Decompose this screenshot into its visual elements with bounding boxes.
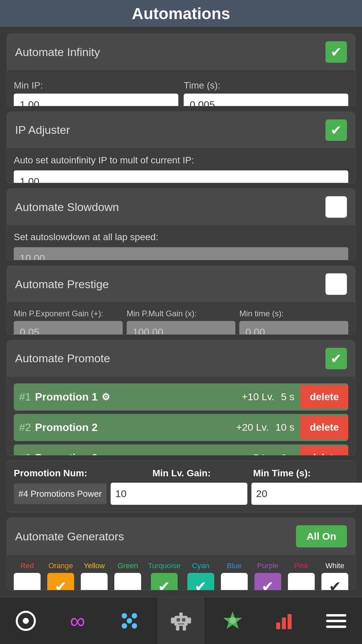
automate-prestige-card: Automate Prestige Min P.Exponent Gain (+… xyxy=(7,266,355,334)
automate-generators-body: Red Orange ✔ Yellow Green Turquoise xyxy=(7,555,355,590)
generator-pink: Pink xyxy=(288,561,315,590)
generator-white: White ✔ xyxy=(321,561,348,590)
nav-infinity[interactable]: ∞ xyxy=(54,597,101,644)
generator-pink-checkbox[interactable] xyxy=(288,573,315,590)
ip-adjuster-title: IP Adjuster xyxy=(15,123,70,137)
min-time-label: Min time (s): xyxy=(239,309,348,318)
bottom-nav: ∞ xyxy=(0,597,362,644)
generator-green-label: Green xyxy=(118,561,138,570)
automate-generators-header: Automate Generators All On xyxy=(7,518,355,555)
nav-target[interactable] xyxy=(2,597,49,644)
automate-slowdown-header: Automate Slowdown xyxy=(7,189,355,225)
automate-prestige-checkbox[interactable] xyxy=(325,273,347,295)
generator-green: Green xyxy=(114,561,141,590)
promotion-3-time: 2 s xyxy=(281,452,294,455)
automate-promote-header: Automate Promote ✔ xyxy=(7,340,355,377)
generator-pink-label: Pink xyxy=(294,561,308,570)
infinity-icon: ∞ xyxy=(70,608,85,633)
min-ip-input[interactable] xyxy=(14,94,178,106)
delete-promotion-2[interactable]: delete xyxy=(300,416,348,439)
svg-point-3 xyxy=(132,623,137,629)
generator-green-checkbox[interactable] xyxy=(114,573,141,590)
promo-add-labels: Promotion Num: Min Lv. Gain: Min Time (s… xyxy=(14,468,348,479)
svg-point-2 xyxy=(122,623,127,629)
ip-adjuster-body: Auto set autoinfinity IP to mult of curr… xyxy=(7,148,355,183)
generator-turquoise-checkbox[interactable]: ✔ xyxy=(151,573,178,590)
generator-blue-checkbox[interactable] xyxy=(221,573,248,590)
delete-promotion-3[interactable]: delete xyxy=(300,446,348,455)
nav-menu[interactable] xyxy=(313,597,360,644)
svg-rect-12 xyxy=(176,626,179,631)
promotion-3-lv: +5 Lv. xyxy=(247,452,274,455)
automate-slowdown-input[interactable] xyxy=(14,247,348,260)
automate-slowdown-checkbox[interactable] xyxy=(325,196,347,218)
promotion-3-name: #3 Promotion 3 xyxy=(14,444,241,456)
min-time-input[interactable] xyxy=(251,483,362,505)
min-mult-input[interactable] xyxy=(127,321,236,334)
nav-dots[interactable] xyxy=(106,597,153,644)
min-time-input[interactable] xyxy=(239,321,348,334)
generator-white-label: White xyxy=(325,561,344,570)
automate-infinity-checkbox[interactable]: ✔ xyxy=(325,41,347,63)
automate-infinity-title: Automate Infinity xyxy=(15,46,100,59)
generator-cyan-checkbox[interactable]: ✔ xyxy=(187,573,214,590)
gear-icon-1[interactable]: ⚙ xyxy=(102,391,110,402)
min-ip-group: Min IP: xyxy=(14,80,178,106)
automate-generators-title: Automate Generators xyxy=(15,530,124,543)
page-header: Automations xyxy=(0,0,362,27)
min-mult-group: Min P.Mult Gain (x): xyxy=(127,309,236,334)
svg-rect-6 xyxy=(177,618,180,622)
promotion-1-details: +10 Lv. 5 s xyxy=(236,384,300,410)
generator-yellow-checkbox[interactable] xyxy=(81,573,108,590)
promotion-row-1: #1 Promotion 1 ⚙ +10 Lv. 5 s delete xyxy=(14,383,348,411)
generator-turquoise-label: Turquoise xyxy=(148,561,180,570)
ip-adjuster-input[interactable] xyxy=(14,170,348,183)
generator-orange-label: Orange xyxy=(48,561,73,570)
min-lv-input[interactable] xyxy=(111,483,247,505)
promotion-add-form: Promotion Num: Min Lv. Gain: Min Time (s… xyxy=(7,461,355,512)
promotion-row-2: #2 Promotion 2 +20 Lv. 10 s delete xyxy=(14,414,348,441)
generator-blue: Blue xyxy=(221,561,248,590)
automate-prestige-header: Automate Prestige xyxy=(7,266,355,302)
generator-red-label: Red xyxy=(20,561,34,570)
nav-robot[interactable] xyxy=(158,597,204,644)
svg-rect-7 xyxy=(182,618,185,622)
nav-chart[interactable] xyxy=(261,597,308,644)
main-content: Automate Infinity ✔ Min IP: Time (s): IP… xyxy=(0,27,362,597)
generator-blue-label: Blue xyxy=(227,561,242,570)
svg-point-15 xyxy=(229,617,236,624)
generator-red-checkbox[interactable] xyxy=(14,573,41,590)
delete-promotion-1[interactable]: delete xyxy=(300,385,348,409)
nav-star[interactable] xyxy=(209,597,256,644)
automate-promote-card: Automate Promote ✔ #1 Promotion 1 ⚙ +10 … xyxy=(7,340,355,456)
promo-select-wrapper: #4 Promotions Power #1 Promotion 1 #2 Pr… xyxy=(14,483,107,504)
generator-purple: Purple ✔ xyxy=(254,561,281,590)
promotion-1-time: 5 s xyxy=(281,391,294,402)
automate-slowdown-card: Automate Slowdown Set autoslowdown at al… xyxy=(7,189,355,260)
ip-adjuster-desc: Auto set autoinfinity IP to mult of curr… xyxy=(14,155,348,166)
min-mult-label: Min P.Mult Gain (x): xyxy=(127,309,236,318)
min-exp-label: Min P.Exponent Gain (+): xyxy=(14,309,123,318)
promotion-1-lv: +10 Lv. xyxy=(242,391,274,402)
generator-cyan-label: Cyan xyxy=(192,561,209,570)
promotion-2-details: +20 Lv. 10 s xyxy=(230,414,301,440)
svg-rect-11 xyxy=(188,618,191,624)
promo-add-inputs: #4 Promotions Power #1 Promotion 1 #2 Pr… xyxy=(14,482,348,505)
generator-white-checkbox[interactable]: ✔ xyxy=(321,573,348,590)
min-exp-input[interactable] xyxy=(14,321,123,334)
svg-rect-20 xyxy=(326,620,346,622)
generator-orange-checkbox[interactable]: ✔ xyxy=(47,573,74,590)
all-on-button[interactable]: All On xyxy=(296,525,347,547)
promo-num-select[interactable]: #4 Promotions Power #1 Promotion 1 #2 Pr… xyxy=(14,483,107,504)
generator-purple-checkbox[interactable]: ✔ xyxy=(254,573,281,590)
svg-rect-17 xyxy=(282,618,286,629)
svg-point-1 xyxy=(132,613,137,619)
generator-turquoise: Turquoise ✔ xyxy=(148,561,180,590)
promotion-2-name: #2 Promotion 2 xyxy=(14,414,230,441)
automate-infinity-body: Min IP: Time (s): xyxy=(7,70,355,106)
automate-promote-checkbox[interactable]: ✔ xyxy=(325,348,347,369)
ip-adjuster-checkbox[interactable]: ✔ xyxy=(325,119,347,141)
generator-cyan: Cyan ✔ xyxy=(187,561,214,590)
time-input[interactable] xyxy=(184,94,348,106)
min-time-group: Min time (s): xyxy=(239,309,348,334)
